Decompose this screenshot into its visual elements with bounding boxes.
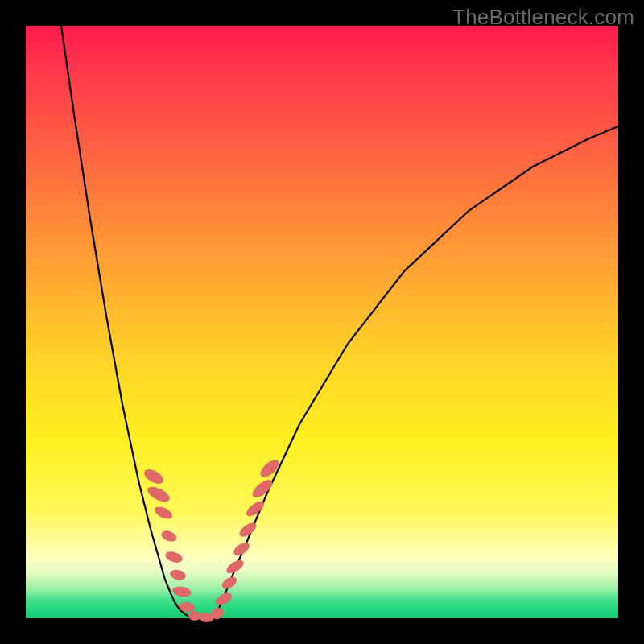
bead: [188, 611, 201, 621]
bead: [169, 568, 187, 581]
curve-svg: [26, 26, 618, 618]
bead: [250, 477, 275, 501]
bead: [220, 575, 238, 591]
bead: [164, 550, 184, 564]
plot-area: [26, 26, 618, 618]
bead: [153, 504, 175, 521]
bead: [171, 585, 192, 598]
chart-frame: TheBottleneck.com: [0, 0, 644, 644]
bead: [142, 466, 166, 486]
bead: [159, 529, 178, 544]
bead: [225, 558, 246, 576]
bead-cluster: [142, 456, 282, 622]
bead: [213, 591, 233, 608]
bottleneck-curve: [61, 26, 618, 618]
bead: [145, 484, 171, 505]
